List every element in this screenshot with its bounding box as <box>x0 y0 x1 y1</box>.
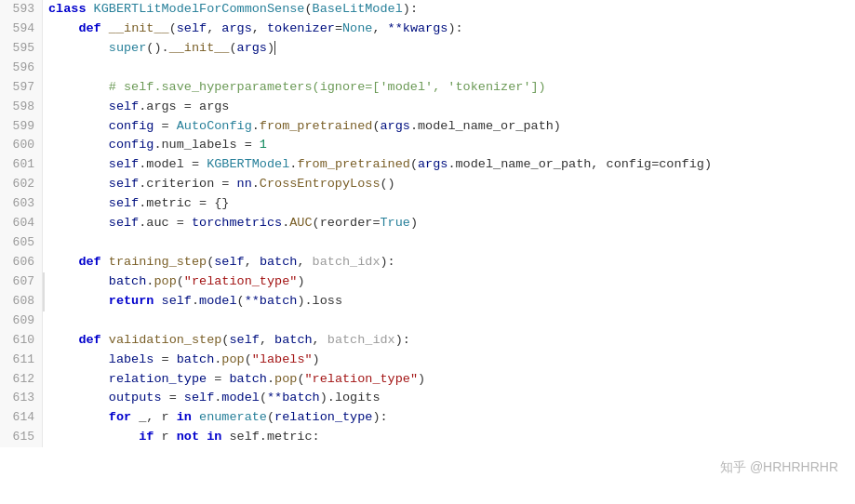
code-line: 597 # self.save_hyperparameters(ignore=[… <box>0 78 855 98</box>
line-content: def __init__(self, args, tokenizer=None,… <box>43 20 855 39</box>
code-line: 598 self.args = args <box>0 98 855 117</box>
line-number: 598 <box>0 98 43 117</box>
line-content <box>43 59 855 78</box>
code-line: 606 def training_step(self, batch, batch… <box>0 253 855 272</box>
line-content: self.auc = torchmetrics.AUC(reorder=True… <box>43 214 855 233</box>
line-number: 614 <box>0 408 43 428</box>
line-content <box>43 312 855 331</box>
line-number: 593 <box>0 0 43 20</box>
code-line: 614 for _, r in enumerate(relation_type)… <box>0 408 855 428</box>
line-number: 599 <box>0 117 43 137</box>
code-line: 600 config.num_labels = 1 <box>0 136 855 155</box>
line-number: 605 <box>0 233 43 253</box>
line-content: # self.save_hyperparameters(ignore=['mod… <box>43 78 855 98</box>
code-line: 615 if r not in self.metric: <box>0 428 855 447</box>
line-number: 613 <box>0 389 43 408</box>
line-content <box>43 233 855 253</box>
code-line: 601 self.model = KGBERTModel.from_pretra… <box>0 155 855 175</box>
code-line: 613 outputs = self.model(**batch).logits <box>0 389 855 408</box>
line-number: 596 <box>0 59 43 78</box>
line-content: super().__init__(args) <box>43 39 855 59</box>
line-number: 597 <box>0 78 43 98</box>
line-number: 615 <box>0 428 43 447</box>
line-content: class KGBERTLitModelForCommonSense(BaseL… <box>43 0 855 20</box>
watermark: 知乎 @HRHRHRHR <box>720 458 838 478</box>
code-line: 608 return self.model(**batch).loss <box>0 292 855 312</box>
code-line: 603 self.metric = {} <box>0 194 855 214</box>
line-content: if r not in self.metric: <box>43 428 855 447</box>
code-editor: 593class KGBERTLitModelForCommonSense(Ba… <box>0 0 855 504</box>
code-line: 594 def __init__(self, args, tokenizer=N… <box>0 20 855 39</box>
line-content: self.criterion = nn.CrossEntropyLoss() <box>43 175 855 194</box>
line-content: def validation_step(self, batch, batch_i… <box>43 331 855 351</box>
line-number: 600 <box>0 136 43 155</box>
code-line: 611 labels = batch.pop("labels") <box>0 351 855 370</box>
line-number: 612 <box>0 370 43 390</box>
line-content: self.args = args <box>43 98 855 117</box>
line-content: self.model = KGBERTModel.from_pretrained… <box>43 155 855 175</box>
line-number: 594 <box>0 20 43 39</box>
line-number: 609 <box>0 312 43 331</box>
line-content: outputs = self.model(**batch).logits <box>43 389 855 408</box>
line-number: 602 <box>0 175 43 194</box>
code-line: 599 config = AutoConfig.from_pretrained(… <box>0 117 855 137</box>
line-content: config = AutoConfig.from_pretrained(args… <box>43 117 855 137</box>
line-number: 603 <box>0 194 43 214</box>
code-lines: 593class KGBERTLitModelForCommonSense(Ba… <box>0 0 855 447</box>
line-number: 601 <box>0 155 43 175</box>
line-content: config.num_labels = 1 <box>43 136 855 155</box>
line-content: return self.model(**batch).loss <box>43 292 855 312</box>
code-line: 595 super().__init__(args) <box>0 39 855 59</box>
code-line: 610 def validation_step(self, batch, bat… <box>0 331 855 351</box>
line-content: self.metric = {} <box>43 194 855 214</box>
line-content: batch.pop("relation_type") <box>43 272 855 292</box>
line-number: 604 <box>0 214 43 233</box>
line-number: 607 <box>0 272 43 292</box>
code-line: 607 batch.pop("relation_type") <box>0 272 855 292</box>
code-line: 604 self.auc = torchmetrics.AUC(reorder=… <box>0 214 855 233</box>
line-content: relation_type = batch.pop("relation_type… <box>43 370 855 390</box>
line-content: for _, r in enumerate(relation_type): <box>43 408 855 428</box>
line-number: 595 <box>0 39 43 59</box>
code-line: 596 <box>0 59 855 78</box>
line-content: labels = batch.pop("labels") <box>43 351 855 370</box>
line-number: 611 <box>0 351 43 370</box>
code-line: 605 <box>0 233 855 253</box>
code-line: 602 self.criterion = nn.CrossEntropyLoss… <box>0 175 855 194</box>
code-line: 609 <box>0 312 855 331</box>
line-number: 606 <box>0 253 43 272</box>
line-content: def training_step(self, batch, batch_idx… <box>43 253 855 272</box>
line-number: 610 <box>0 331 43 351</box>
code-line: 593class KGBERTLitModelForCommonSense(Ba… <box>0 0 855 20</box>
code-line: 612 relation_type = batch.pop("relation_… <box>0 370 855 390</box>
line-number: 608 <box>0 292 43 312</box>
